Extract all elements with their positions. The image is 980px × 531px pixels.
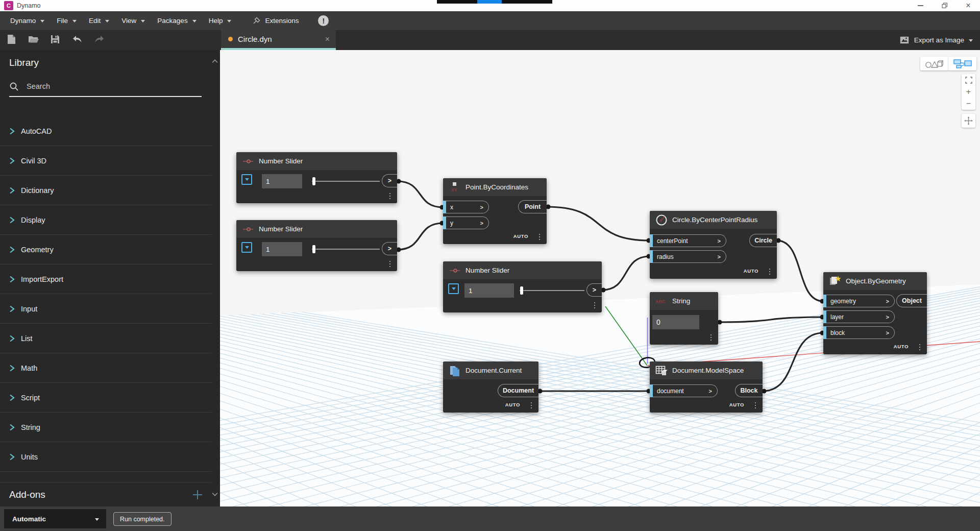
node-context-menu-icon[interactable] — [389, 261, 391, 268]
slider-dropdown-button[interactable] — [448, 283, 459, 294]
input-port-geometry[interactable]: geometry> — [826, 295, 895, 307]
library-category-dictionary[interactable]: Dictionary — [0, 176, 212, 205]
fit-to-screen-button[interactable] — [962, 74, 975, 86]
menu-item-file[interactable]: File — [51, 11, 83, 30]
output-port-object[interactable]: Object — [896, 294, 927, 307]
library-category-display[interactable]: Display — [0, 205, 212, 235]
input-port-layer[interactable]: layer> — [826, 310, 895, 323]
save-button[interactable] — [50, 35, 60, 45]
output-port[interactable]: > — [382, 242, 397, 255]
node-context-menu-icon[interactable] — [389, 193, 391, 200]
tab-circle-dyn[interactable]: Circle.dyn × — [221, 30, 336, 50]
library-category-civil-3d[interactable]: Civil 3D — [0, 146, 212, 176]
slider-dropdown-button[interactable] — [241, 174, 252, 185]
menu-item-dynamo[interactable]: Dynamo — [4, 11, 51, 30]
restore-button[interactable] — [937, 0, 952, 11]
menu-item-packages[interactable]: Packages — [151, 11, 202, 30]
menu-item-edit[interactable]: Edit — [83, 11, 115, 30]
node-context-menu-icon[interactable] — [755, 402, 756, 409]
slider-value-input[interactable] — [262, 242, 302, 256]
library-category-importexport[interactable]: ImportExport — [0, 264, 212, 294]
close-button[interactable]: × — [961, 0, 976, 11]
slider-track[interactable] — [312, 249, 380, 250]
output-port-document[interactable]: Document — [498, 384, 538, 397]
library-category-geometry[interactable]: Geometry — [0, 235, 212, 264]
graph-view-button[interactable] — [948, 57, 976, 70]
undo-button[interactable] — [72, 35, 82, 45]
node-circle-bycenterpointradius[interactable]: Circle.ByCenterPointRadiuscenterPoint>ra… — [650, 211, 777, 279]
node-context-menu-icon[interactable] — [710, 334, 712, 341]
new-file-button[interactable] — [6, 35, 16, 45]
slider-track[interactable] — [312, 181, 380, 182]
input-port-y[interactable]: y> — [446, 216, 489, 229]
node-header[interactable]: XYPoint.ByCoordinates — [443, 178, 547, 196]
node-string[interactable]: ABCString — [650, 292, 718, 345]
scroll-down-icon[interactable] — [211, 490, 219, 498]
add-package-button[interactable] — [191, 489, 204, 501]
input-port-x[interactable]: x> — [446, 201, 489, 213]
input-port-centerPoint[interactable]: centerPoint> — [653, 234, 726, 247]
wire[interactable] — [397, 223, 443, 250]
library-search[interactable] — [9, 77, 202, 97]
slider-track[interactable] — [520, 290, 584, 291]
output-port-point[interactable]: Point — [518, 200, 547, 213]
slider-handle[interactable] — [520, 286, 523, 295]
output-port[interactable]: > — [586, 283, 602, 297]
output-port-circle[interactable]: Circle — [749, 234, 777, 247]
redo-button[interactable] — [94, 35, 104, 45]
slider-handle[interactable] — [312, 177, 315, 185]
library-category-autocad[interactable]: AutoCAD — [0, 116, 212, 146]
search-input[interactable] — [27, 82, 180, 90]
menu-item-extensions[interactable]: Extensions — [247, 11, 305, 30]
graph-canvas[interactable]: Number Slider>Number Slider>Number Slide… — [220, 50, 980, 506]
node-document-current[interactable]: Document.CurrentDocumentAUTO — [443, 361, 538, 413]
zoom-in-button[interactable]: + — [962, 86, 975, 98]
wire[interactable] — [547, 207, 650, 240]
string-value-input[interactable] — [652, 315, 699, 329]
slider-dropdown-button[interactable] — [241, 242, 252, 253]
wire[interactable] — [397, 181, 443, 207]
minimize-button[interactable] — [913, 0, 928, 11]
node-context-menu-icon[interactable] — [919, 344, 921, 351]
menu-item-view[interactable]: View — [115, 11, 151, 30]
zoom-out-button[interactable]: − — [962, 98, 975, 110]
node-number-slider-1[interactable]: Number Slider> — [236, 152, 397, 203]
notification-icon[interactable]: ! — [318, 15, 329, 26]
node-context-menu-icon[interactable] — [594, 302, 596, 309]
node-point-bycoordinates[interactable]: XYPoint.ByCoordinatesx>y>PointAUTO — [443, 178, 547, 244]
open-folder-button[interactable] — [28, 35, 38, 45]
output-port[interactable]: > — [382, 174, 397, 187]
node-context-menu-icon[interactable] — [531, 402, 532, 409]
input-port-document[interactable]: document> — [653, 384, 718, 397]
node-object-bygeometry[interactable]: Object.ByGeometrygeometry>layer>block>Ob… — [823, 272, 927, 354]
node-header[interactable]: Document.ModelSpace — [650, 361, 763, 379]
node-header[interactable]: Number Slider — [236, 152, 397, 170]
library-category-string[interactable]: String — [0, 413, 212, 442]
pan-button[interactable] — [962, 114, 975, 128]
output-port-block[interactable]: Block — [735, 384, 763, 397]
library-category-script[interactable]: Script — [0, 383, 212, 413]
input-port-block[interactable]: block> — [826, 326, 895, 339]
slider-value-input[interactable] — [464, 283, 514, 298]
tab-close-icon[interactable]: × — [325, 35, 330, 43]
geometry-view-button[interactable] — [920, 57, 948, 70]
slider-handle[interactable] — [312, 245, 315, 253]
node-context-menu-icon[interactable] — [539, 234, 541, 240]
slider-value-input[interactable] — [262, 174, 302, 188]
node-header[interactable]: ABCString — [650, 292, 718, 310]
menu-item-help[interactable]: Help — [203, 11, 238, 30]
node-header[interactable]: Document.Current — [443, 361, 538, 379]
input-port-radius[interactable]: radius> — [653, 250, 726, 263]
node-number-slider-3[interactable]: Number Slider> — [443, 261, 602, 312]
node-document-modelspace[interactable]: Document.ModelSpacedocument>BlockAUTO — [650, 361, 763, 413]
node-number-slider-2[interactable]: Number Slider> — [236, 220, 397, 271]
node-header[interactable]: Circle.ByCenterPointRadius — [650, 211, 777, 229]
wire[interactable] — [602, 256, 650, 290]
library-category-list[interactable]: List — [0, 324, 212, 353]
node-header[interactable]: Number Slider — [443, 261, 602, 279]
library-category-input[interactable]: Input — [0, 294, 212, 324]
node-header[interactable]: Number Slider — [236, 220, 397, 238]
node-context-menu-icon[interactable] — [769, 269, 771, 275]
run-mode-dropdown[interactable]: Automatic — [4, 509, 106, 528]
library-category-math[interactable]: Math — [0, 353, 212, 383]
